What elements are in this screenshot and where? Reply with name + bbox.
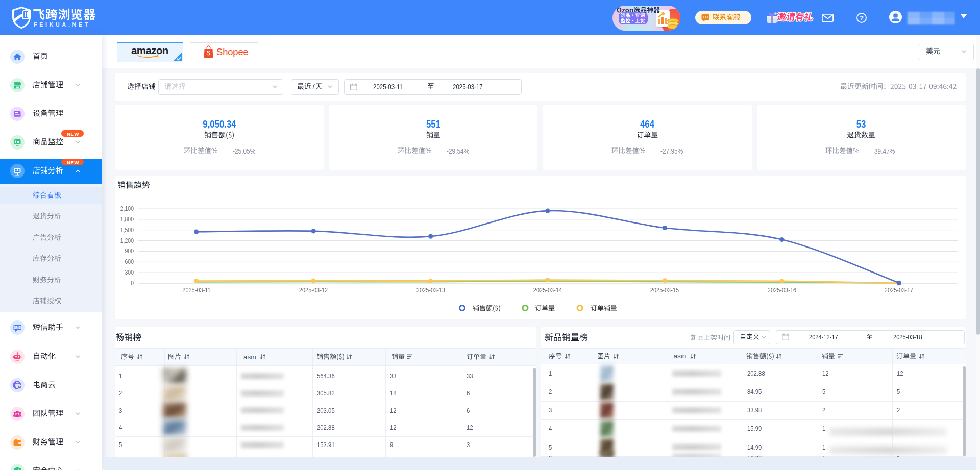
svg-text:Shopee: Shopee [216,47,249,57]
svg-text:amazon: amazon [131,45,168,56]
svg-text:SMS: SMS [14,326,21,329]
svg-text:?: ? [860,15,864,22]
